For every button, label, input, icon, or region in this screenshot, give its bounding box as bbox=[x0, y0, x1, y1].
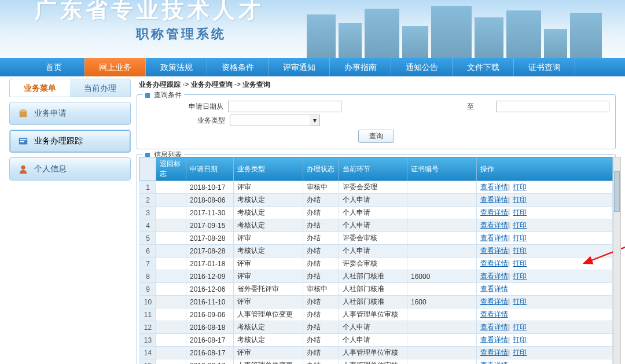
print-link[interactable]: 打印 bbox=[513, 183, 527, 191]
column-header[interactable]: 业务类型 bbox=[234, 157, 303, 181]
table-row[interactable]: 72017-01-18评审办结评委会审核查看详情| 打印 bbox=[140, 258, 613, 270]
view-link[interactable]: 查看详情 bbox=[480, 323, 508, 331]
cell: 评委会审核 bbox=[339, 258, 407, 270]
table-row[interactable]: 92016-12-06省外委托评审审核中人社部门核准查看详情 bbox=[140, 283, 613, 296]
cell bbox=[156, 181, 186, 194]
row-number: 12 bbox=[140, 321, 156, 334]
left-panel: 业务菜单当前办理 业务申请业务办理跟踪个人信息 bbox=[9, 79, 131, 364]
side-menu: 业务申请业务办理跟踪个人信息 bbox=[9, 102, 131, 181]
view-link[interactable]: 查看详情 bbox=[480, 297, 508, 306]
row-number: 1 bbox=[140, 181, 156, 194]
nav-item[interactable]: 首页 bbox=[23, 58, 84, 76]
print-link[interactable]: 打印 bbox=[513, 348, 527, 356]
cell-ops: 查看详情| 打印 bbox=[477, 232, 613, 245]
cell: 办结 bbox=[303, 321, 339, 334]
site-title: 广东省专业技术人才 bbox=[35, 0, 264, 25]
view-link[interactable]: 查看详情 bbox=[480, 259, 508, 267]
column-header[interactable]: 退回标志 bbox=[156, 157, 186, 181]
print-link[interactable]: 打印 bbox=[513, 297, 527, 306]
cell: 评审 bbox=[234, 347, 303, 359]
side-menu-item[interactable]: 业务办理跟踪 bbox=[9, 130, 131, 153]
cell-ops: 查看详情| 打印 bbox=[477, 258, 613, 270]
cell: 考核认定 bbox=[234, 194, 303, 207]
print-link[interactable]: 打印 bbox=[513, 234, 527, 242]
print-link[interactable]: 打印 bbox=[513, 272, 527, 280]
table-scrollbar[interactable] bbox=[613, 157, 621, 364]
table-row[interactable]: 22018-08-06考核认定办结个人申请查看详情| 打印 bbox=[140, 194, 613, 207]
view-link[interactable]: 查看详情 bbox=[480, 183, 508, 191]
view-link[interactable]: 查看详情 bbox=[480, 196, 508, 204]
cell: 2016-08-17 bbox=[186, 347, 234, 359]
nav-item[interactable]: 文件下载 bbox=[453, 58, 514, 76]
site-subtitle: 职称管理系统 bbox=[136, 25, 226, 43]
table-row[interactable]: 142016-08-17评审办结人事管理单位审核查看详情| 打印 bbox=[140, 347, 613, 359]
nav-item[interactable]: 资格条件 bbox=[207, 58, 269, 76]
cell bbox=[407, 347, 477, 359]
table-row[interactable]: 122016-08-18考核认定办结个人申请查看详情| 打印 bbox=[140, 321, 613, 334]
print-link[interactable]: 打印 bbox=[513, 196, 527, 204]
nav-item[interactable]: 网上业务 bbox=[84, 58, 146, 76]
column-header[interactable]: 办理状态 bbox=[303, 157, 339, 181]
nav-item[interactable]: 通知公告 bbox=[391, 58, 453, 76]
view-link[interactable]: 查看详情 bbox=[480, 208, 508, 216]
table-row[interactable]: 62017-08-28考核认定办结个人申请查看详情| 打印 bbox=[140, 245, 613, 258]
search-legend: 查询条件 bbox=[143, 90, 184, 100]
cell: 办结 bbox=[303, 308, 339, 321]
view-link[interactable]: 查看详情 bbox=[480, 234, 508, 242]
table-row[interactable]: 132016-08-17考核认定办结个人申请查看详情| 打印 bbox=[140, 334, 613, 347]
print-link[interactable]: 打印 bbox=[513, 259, 527, 267]
date-from-input[interactable] bbox=[228, 101, 341, 112]
print-link[interactable]: 打印 bbox=[513, 247, 527, 255]
column-header[interactable]: 申请日期 bbox=[186, 157, 234, 181]
cell: 2016-12-06 bbox=[186, 283, 234, 296]
breadcrumb: 业务办理跟踪 -> 业务办理查询 -> 业务查询 bbox=[137, 79, 616, 93]
results-table: 退回标志申请日期业务类型办理状态当前环节证书编号操作 12018-10-17评审… bbox=[139, 157, 613, 364]
table-row[interactable]: 152016-08-17人事管理单位变更办结人事管理单位审核查看详情 bbox=[140, 359, 613, 365]
nav-item[interactable]: 政策法规 bbox=[146, 58, 207, 76]
date-to-input[interactable] bbox=[496, 101, 609, 112]
biz-type-input[interactable] bbox=[230, 115, 311, 126]
view-link[interactable]: 查看详情 bbox=[480, 348, 508, 356]
nav-item[interactable]: 办事指南 bbox=[330, 58, 391, 76]
biz-type-picker-icon[interactable]: ▾ bbox=[310, 115, 320, 126]
table-row[interactable]: 82016-12-09评审办结人社部门核准16000查看详情| 打印 bbox=[140, 270, 613, 283]
column-header[interactable]: 证书编号 bbox=[407, 157, 477, 181]
print-link[interactable]: 打印 bbox=[513, 323, 527, 331]
table-row[interactable]: 42017-09-15考核认定办结个人申请查看详情| 打印 bbox=[140, 219, 613, 232]
side-tab[interactable]: 当前办理 bbox=[70, 79, 130, 97]
cell: 人社部门核准 bbox=[339, 283, 407, 296]
cell-ops: 查看详情| 打印 bbox=[477, 270, 613, 283]
cell: 考核认定 bbox=[234, 245, 303, 258]
view-link[interactable]: 查看详情 bbox=[480, 221, 508, 229]
column-header[interactable]: 当前环节 bbox=[339, 157, 407, 181]
column-header[interactable]: 操作 bbox=[477, 157, 613, 181]
table-row[interactable]: 102016-11-10评审办结人社部门核准1600查看详情| 打印 bbox=[140, 296, 613, 308]
print-link[interactable]: 打印 bbox=[513, 336, 527, 344]
svg-rect-1 bbox=[21, 109, 26, 112]
view-link[interactable]: 查看详情 bbox=[480, 285, 508, 293]
table-row[interactable]: 52017-08-28评审办结评委会审核查看详情| 打印 bbox=[140, 232, 613, 245]
search-button[interactable]: 查询 bbox=[358, 130, 394, 143]
print-link[interactable]: 打印 bbox=[513, 208, 527, 216]
view-link[interactable]: 查看详情 bbox=[480, 361, 508, 364]
nav-item[interactable]: 评审通知 bbox=[269, 58, 330, 76]
cell bbox=[156, 347, 186, 359]
print-link[interactable]: 打印 bbox=[513, 221, 527, 229]
cell: 考核认定 bbox=[234, 207, 303, 219]
table-row[interactable]: 32017-11-30考核认定办结个人申请查看详情| 打印 bbox=[140, 207, 613, 219]
cell: 评审 bbox=[234, 258, 303, 270]
view-link[interactable]: 查看详情 bbox=[480, 310, 508, 318]
table-row[interactable]: 112016-09-06人事管理单位变更办结人事管理单位审核查看详情 bbox=[140, 308, 613, 321]
cell bbox=[407, 194, 477, 207]
side-tab[interactable]: 业务菜单 bbox=[10, 79, 70, 97]
side-menu-item[interactable]: 个人信息 bbox=[9, 157, 131, 181]
view-link[interactable]: 查看详情 bbox=[480, 272, 508, 280]
table-wrap: 退回标志申请日期业务类型办理状态当前环节证书编号操作 12018-10-17评审… bbox=[139, 157, 613, 364]
side-menu-item[interactable]: 业务申请 bbox=[9, 102, 131, 125]
cell: 人事管理单位审核 bbox=[339, 359, 407, 365]
view-link[interactable]: 查看详情 bbox=[480, 247, 508, 255]
nav-item[interactable]: 证书查询 bbox=[514, 58, 575, 76]
cell: 评审 bbox=[234, 232, 303, 245]
table-row[interactable]: 12018-10-17评审审核中评委会受理查看详情| 打印 bbox=[140, 181, 613, 194]
view-link[interactable]: 查看详情 bbox=[480, 336, 508, 344]
